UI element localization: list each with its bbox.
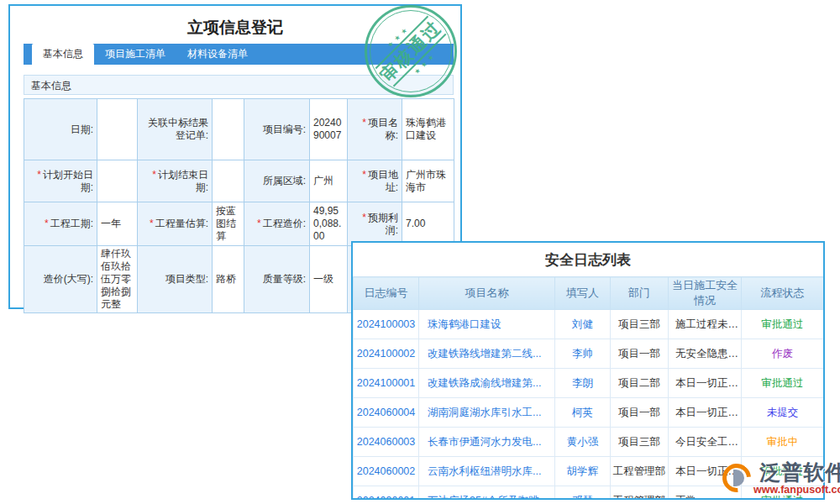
log-id-link[interactable]: 2024100003	[354, 310, 419, 339]
form-value-field[interactable]	[213, 99, 244, 160]
flow-status-badge: 审批通过	[742, 369, 824, 398]
form-value-field[interactable]: 7.00	[402, 202, 454, 246]
form-label-text: 所属区域:	[263, 175, 306, 186]
form-value-field[interactable]: 按蓝图结算	[213, 202, 244, 246]
tab-basic-info[interactable]: 基本信息	[32, 44, 94, 65]
log-column-header: 项目名称	[419, 277, 555, 310]
fanpu-logo-icon	[722, 464, 751, 492]
project-name-link[interactable]: 长春市伊通河水力发电...	[419, 428, 555, 457]
form-label: *计划开始日期:	[24, 160, 97, 202]
log-id-link[interactable]: 2024060004	[354, 398, 419, 428]
department-cell: 工程管理部	[611, 457, 669, 486]
form-label: 日期:	[24, 99, 97, 160]
form-label-text: 日期:	[71, 123, 93, 135]
table-row[interactable]: 2024060004湖南洞庭湖水库引水工...柯英项目一部本日一切正常...未提…	[354, 398, 824, 428]
form-value-field[interactable]: 肆仟玖佰玖拾伍万零捌拾捌元整	[97, 246, 138, 313]
form-row: *工程工期:一年*工程量估算:按蓝图结算*工程造价:49,950,088.00*…	[24, 202, 454, 246]
form-label: 造价(大写):	[24, 246, 97, 313]
desktop: 立项信息登记 基本信息项目施工清单材料设备清单 基本信息 日期:关联中标结果登记…	[0, 0, 840, 504]
form-label-text: 项目名称:	[368, 117, 398, 141]
writer-link[interactable]: 刘健	[555, 310, 611, 339]
writer-link[interactable]: 柯英	[555, 398, 611, 428]
log-column-header: 填写人	[555, 277, 611, 310]
form-label: *工程量估算:	[138, 202, 213, 246]
form-label: 项目编号:	[244, 99, 310, 160]
form-value-field[interactable]: 路桥	[213, 246, 244, 313]
panel2-title: 安全日志列表	[353, 243, 823, 276]
form-label: *工程造价:	[244, 202, 310, 246]
vendor-watermark: 泛普软件 www.fanpusoft.com	[722, 461, 840, 496]
section-header-basic-info: 基本信息	[24, 75, 454, 95]
required-asterisk: *	[37, 169, 41, 181]
department-cell: 项目三部	[611, 428, 669, 457]
form-label: 所属区域:	[244, 160, 310, 202]
table-row[interactable]: 2024100003珠海鹤港口建设刘健项目三部施工过程未发...审批通过	[354, 310, 824, 339]
form-value-field[interactable]: 一级	[310, 246, 348, 313]
form-label: *工程工期:	[24, 202, 97, 246]
tab-material-equipment-list[interactable]: 材料设备清单	[176, 44, 259, 65]
form-label: 项目类型:	[138, 246, 213, 313]
form-value-field[interactable]: 广州	[310, 160, 348, 202]
form-value-field[interactable]: 广州市珠海市	[402, 160, 454, 202]
log-column-header: 部门	[611, 277, 669, 310]
form-value-field[interactable]: 一年	[97, 202, 138, 246]
form-label-text: 工程量估算:	[155, 218, 208, 229]
writer-link[interactable]: 胡学辉	[555, 457, 611, 486]
project-name-link[interactable]: 云南水利枢纽潜明水库...	[419, 457, 555, 486]
vendor-url: www.fanpusoft.com	[753, 484, 840, 496]
log-id-link[interactable]: 2024100002	[354, 339, 419, 369]
form-value-field[interactable]	[97, 160, 138, 202]
log-id-link[interactable]: 2024060003	[354, 428, 419, 457]
form-label: *预期利润:	[348, 202, 402, 246]
safety-info-cell: 今日安全工作...	[669, 428, 742, 457]
department-cell: 项目三部	[611, 310, 669, 339]
required-asterisk: *	[362, 117, 366, 129]
table-row[interactable]: 2024100002改建铁路线增建第二线...李帅项目一部无安全隐患存在作废	[354, 339, 824, 369]
safety-info-cell: 本日一切正常...	[669, 369, 742, 398]
log-column-header: 当日施工安全情况	[669, 277, 742, 310]
form-value-field[interactable]: 珠海鹤港口建设	[402, 99, 454, 160]
project-name-link[interactable]: 万达广场35#会所及咖啡...	[419, 486, 555, 501]
form-row: *计划开始日期:*计划结束日期:所属区域:广州*项目地址:广州市珠海市	[24, 160, 454, 202]
required-asterisk: *	[362, 212, 366, 223]
form-value-field[interactable]: 49,950,088.00	[310, 202, 348, 246]
form-label-text: 造价(大写):	[44, 273, 93, 285]
form-label: *项目地址:	[348, 160, 402, 202]
writer-link[interactable]: 李帅	[555, 339, 611, 369]
project-name-link[interactable]: 珠海鹤港口建设	[419, 310, 555, 339]
department-cell: 项目二部	[611, 369, 669, 398]
writer-link[interactable]: 邓琴	[555, 486, 611, 501]
project-name-link[interactable]: 改建铁路成渝线增建第...	[419, 369, 555, 398]
safety-info-cell: 本日一切正常...	[669, 398, 742, 428]
safety-info-cell: 施工过程未发...	[669, 310, 742, 339]
log-column-header: 日志编号	[354, 277, 419, 310]
form-label-text: 工程工期:	[50, 218, 93, 229]
project-name-link[interactable]: 改建铁路线增建第二线...	[419, 339, 555, 369]
form-label-text: 计划开始日期:	[43, 169, 93, 193]
form-label: *计划结束日期:	[138, 160, 213, 202]
form-value-field[interactable]	[97, 99, 138, 160]
table-row[interactable]: 2024100001改建铁路成渝线增建第...李朗项目二部本日一切正常...审批…	[354, 369, 824, 398]
required-asterisk: *	[152, 169, 156, 181]
form-label-text: 项目编号:	[263, 123, 306, 135]
form-label-text: 计划结束日期:	[158, 169, 208, 193]
tab-bar: 基本信息项目施工清单材料设备清单	[24, 44, 454, 65]
log-id-link[interactable]: 2024100001	[354, 369, 419, 398]
flow-status-badge: 未提交	[742, 398, 824, 428]
table-row[interactable]: 2024060003长春市伊通河水力发电...黄小强项目三部今日安全工作...审…	[354, 428, 824, 457]
form-value-field[interactable]	[213, 160, 244, 202]
project-name-link[interactable]: 湖南洞庭湖水库引水工...	[419, 398, 555, 428]
form-label-text: 关联中标结果登记单:	[148, 117, 208, 141]
tab-construction-list[interactable]: 项目施工清单	[94, 44, 176, 65]
required-asterisk: *	[45, 218, 49, 229]
required-asterisk: *	[362, 169, 366, 181]
form-label-text: 项目类型:	[165, 273, 208, 285]
form-value-field[interactable]: 2024090007	[310, 99, 348, 160]
form-label-text: 质量等级:	[263, 273, 306, 285]
log-id-link[interactable]: 2024030001	[354, 486, 419, 501]
flow-status-badge: 作废	[742, 339, 824, 369]
writer-link[interactable]: 黄小强	[555, 428, 611, 457]
log-id-link[interactable]: 2024060002	[354, 457, 419, 486]
writer-link[interactable]: 李朗	[555, 369, 611, 398]
flow-status-badge: 审批通过	[742, 310, 824, 339]
